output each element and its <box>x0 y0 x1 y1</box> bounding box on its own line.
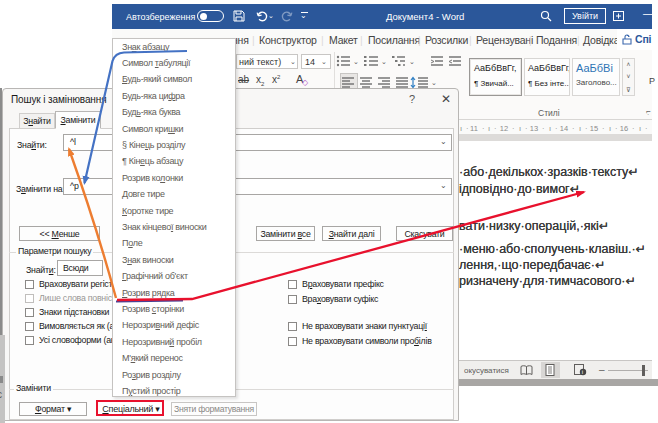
svg-text:⌄: ⌄ <box>353 58 359 65</box>
svg-text:⌄: ⌄ <box>381 58 387 65</box>
svg-text:⌄: ⌄ <box>409 58 415 65</box>
svg-text:⌄: ⌄ <box>431 79 437 86</box>
svg-text:i: i <box>582 369 583 375</box>
